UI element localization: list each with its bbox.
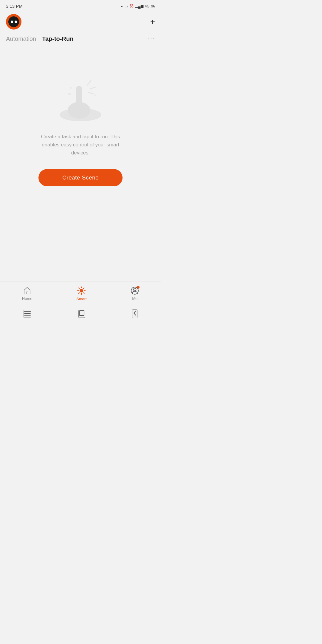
tabs-bar: Automation Tap-to-Run ···: [0, 32, 161, 46]
battery-percent: 96: [151, 4, 155, 8]
square-icon: [79, 310, 84, 316]
svg-rect-22: [24, 313, 31, 314]
more-options-button[interactable]: ···: [148, 35, 155, 43]
svg-line-16: [83, 293, 84, 294]
android-home-button[interactable]: [78, 310, 85, 318]
svg-point-9: [95, 95, 96, 96]
svg-line-18: [79, 293, 80, 294]
logo-face: [8, 16, 19, 27]
network-type: 4G: [145, 4, 150, 8]
tap-icon: [52, 72, 109, 124]
svg-point-7: [68, 93, 71, 95]
svg-line-17: [83, 288, 84, 289]
tab-automation[interactable]: Automation: [6, 35, 36, 42]
android-nav-bar: [0, 306, 161, 322]
svg-line-6: [89, 92, 93, 94]
bluetooth-icon: ⚭: [120, 4, 123, 8]
svg-line-15: [79, 288, 80, 289]
alarm-icon: ⏰: [129, 4, 134, 8]
app-logo: [6, 14, 21, 30]
empty-illustration: [51, 70, 110, 124]
svg-point-3: [76, 86, 82, 92]
logo-eye-right: [15, 21, 17, 23]
status-time: 3:13 PM: [6, 4, 23, 9]
home-label: Home: [22, 296, 32, 301]
status-icons: ⚭ ▭ ⏰ ▂▄▆ 4G 96: [120, 4, 155, 8]
empty-description: Create a task and tap it to run. This en…: [33, 133, 128, 157]
logo-eyes: [11, 21, 17, 23]
svg-point-10: [80, 289, 83, 292]
menu-icon: [24, 311, 31, 316]
back-icon: [133, 310, 137, 316]
logo-eye-left: [11, 21, 13, 23]
battery-icon: ▭: [125, 4, 128, 8]
svg-rect-24: [79, 311, 84, 315]
home-icon: [23, 287, 31, 295]
signal-icon: ▂▄▆: [135, 4, 143, 8]
me-label: Me: [132, 296, 137, 301]
svg-point-8: [70, 87, 72, 89]
nav-me[interactable]: Me: [131, 287, 139, 301]
header: +: [0, 11, 161, 32]
me-notification-badge: [137, 286, 140, 289]
bottom-nav: Home Smart Me: [0, 281, 161, 304]
svg-rect-21: [24, 311, 31, 312]
svg-line-4: [87, 80, 91, 85]
svg-line-5: [90, 87, 95, 89]
android-menu-button[interactable]: [24, 310, 31, 318]
me-icon-wrapper: [131, 287, 139, 295]
create-scene-button[interactable]: Create Scene: [38, 169, 123, 186]
android-back-button[interactable]: [132, 309, 137, 318]
status-bar: 3:13 PM ⚭ ▭ ⏰ ▂▄▆ 4G 96: [0, 0, 161, 11]
add-button[interactable]: +: [150, 18, 155, 26]
svg-point-20: [134, 288, 136, 291]
smart-label: Smart: [76, 297, 87, 301]
tab-tap-to-run[interactable]: Tap-to-Run: [42, 35, 73, 42]
main-content: Create a task and tap it to run. This en…: [0, 70, 161, 186]
svg-rect-23: [24, 315, 31, 316]
nav-home[interactable]: Home: [22, 287, 32, 301]
smart-icon: [77, 286, 86, 295]
nav-smart[interactable]: Smart: [76, 286, 87, 301]
